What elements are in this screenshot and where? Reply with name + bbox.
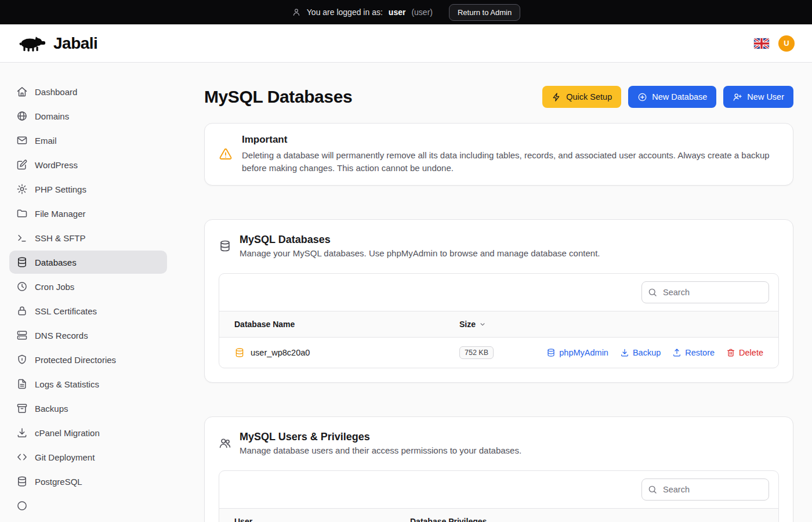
column-database-privileges: Database Privileges bbox=[410, 517, 763, 522]
archive-icon bbox=[16, 403, 28, 414]
uk-flag-icon[interactable] bbox=[754, 38, 769, 49]
sidebar: Dashboard Domains Email WordPress PHP Se… bbox=[0, 63, 176, 522]
clock-icon bbox=[16, 281, 28, 292]
phpmyadmin-link[interactable]: phpMyAdmin bbox=[546, 348, 608, 357]
lock-icon bbox=[16, 305, 28, 317]
warning-title: Important bbox=[242, 134, 779, 146]
page-title: MySQL Databases bbox=[204, 87, 352, 107]
sidebar-item-cron-jobs[interactable]: Cron Jobs bbox=[9, 275, 167, 298]
sidebar-item-label: Cron Jobs bbox=[35, 282, 74, 292]
phpmyadmin-label: phpMyAdmin bbox=[559, 348, 608, 357]
database-icon bbox=[546, 348, 556, 357]
user-avatar[interactable]: U bbox=[778, 35, 795, 52]
database-name: user_wp8c20a0 bbox=[251, 348, 310, 357]
sidebar-item-wordpress[interactable]: WordPress bbox=[9, 153, 167, 176]
sidebar-item-label: File Manager bbox=[35, 209, 86, 219]
quick-setup-label: Quick Setup bbox=[566, 92, 612, 102]
new-user-button[interactable]: New User bbox=[723, 86, 793, 108]
chevron-down-icon[interactable] bbox=[478, 320, 487, 328]
download-icon bbox=[16, 427, 28, 438]
databases-search bbox=[641, 281, 769, 303]
sidebar-item-cpanel-migration[interactable]: cPanel Migration bbox=[9, 421, 167, 444]
warning-content: Important Deleting a database will perma… bbox=[242, 134, 779, 175]
home-icon bbox=[16, 86, 28, 97]
databases-table-panel: Database Name Size user_wp8c20a0 752 KB bbox=[219, 273, 779, 368]
sidebar-item-label: Email bbox=[35, 136, 57, 146]
logged-in-username: user bbox=[389, 8, 406, 17]
sidebar-item-label: PHP Settings bbox=[35, 184, 86, 194]
new-user-label: New User bbox=[747, 92, 784, 102]
sidebar-item-label: Domains bbox=[35, 111, 69, 121]
users-toolbar bbox=[219, 471, 778, 508]
sidebar-item-label: WordPress bbox=[35, 160, 78, 170]
users-search bbox=[641, 478, 769, 501]
delete-label: Delete bbox=[739, 348, 763, 357]
upload-icon bbox=[672, 348, 682, 357]
plus-circle-icon bbox=[637, 92, 647, 102]
users-search-input[interactable] bbox=[641, 478, 769, 501]
sidebar-item-label: Protected Directories bbox=[35, 355, 116, 365]
users-table-header: User Database Privileges bbox=[219, 508, 778, 522]
mail-icon bbox=[16, 135, 28, 146]
sidebar-item-partial[interactable] bbox=[9, 494, 167, 517]
gear-icon bbox=[16, 183, 28, 195]
column-size[interactable]: Size bbox=[459, 320, 763, 329]
databases-table-header: Database Name Size bbox=[219, 311, 778, 338]
sidebar-item-dashboard[interactable]: Dashboard bbox=[9, 80, 167, 103]
search-icon bbox=[647, 287, 658, 298]
backup-link[interactable]: Backup bbox=[620, 348, 661, 357]
sidebar-item-backups[interactable]: Backups bbox=[9, 397, 167, 420]
page-head: MySQL Databases Quick Setup New Database… bbox=[204, 86, 793, 108]
size-badge: 752 KB bbox=[459, 346, 494, 359]
sidebar-item-ssl-certificates[interactable]: SSL Certificates bbox=[9, 299, 167, 322]
pencil-square-icon bbox=[16, 159, 28, 171]
return-to-admin-button[interactable]: Return to Admin bbox=[449, 4, 520, 21]
alert-triangle-icon bbox=[219, 147, 233, 161]
sidebar-item-email[interactable]: Email bbox=[9, 129, 167, 152]
file-text-icon bbox=[16, 378, 28, 390]
users-section-title: MySQL Users & Privileges bbox=[240, 431, 521, 443]
new-database-button[interactable]: New Database bbox=[628, 86, 716, 108]
lightning-icon bbox=[552, 92, 561, 102]
users-section-text: MySQL Users & Privileges Manage database… bbox=[240, 431, 521, 455]
restore-label: Restore bbox=[685, 348, 715, 357]
brand-logo[interactable]: Jabali bbox=[17, 34, 97, 53]
sidebar-item-label: SSH & SFTP bbox=[35, 233, 86, 243]
databases-section-head: MySQL Databases Manage your MySQL databa… bbox=[219, 234, 779, 258]
quick-setup-button[interactable]: Quick Setup bbox=[542, 86, 621, 108]
header-right: U bbox=[754, 35, 795, 52]
users-section-head: MySQL Users & Privileges Manage database… bbox=[219, 431, 779, 455]
logged-in-role: (user) bbox=[411, 8, 433, 17]
logged-in-text: You are logged in as: bbox=[307, 8, 383, 17]
person-icon bbox=[292, 8, 301, 17]
sidebar-item-label: SSL Certificates bbox=[35, 306, 97, 316]
sidebar-item-label: Databases bbox=[35, 258, 77, 267]
sidebar-item-databases[interactable]: Databases bbox=[9, 251, 167, 274]
sidebar-item-dns-records[interactable]: DNS Records bbox=[9, 324, 167, 347]
sidebar-item-label: Git Deployment bbox=[35, 452, 95, 462]
delete-link[interactable]: Delete bbox=[726, 348, 763, 357]
user-plus-icon bbox=[733, 92, 742, 102]
search-icon bbox=[647, 484, 658, 495]
sidebar-item-label: Backups bbox=[35, 404, 68, 414]
databases-search-input[interactable] bbox=[641, 281, 769, 303]
sidebar-item-logs-statistics[interactable]: Logs & Statistics bbox=[9, 372, 167, 396]
database-icon bbox=[16, 256, 28, 268]
sidebar-item-protected-directories[interactable]: Protected Directories bbox=[9, 348, 167, 371]
sidebar-item-postgresql[interactable]: PostgreSQL bbox=[9, 470, 167, 493]
circle-icon bbox=[16, 500, 28, 512]
code-icon bbox=[16, 451, 28, 463]
users-section-description: Manage database users and their access p… bbox=[240, 445, 521, 455]
sidebar-item-php-settings[interactable]: PHP Settings bbox=[9, 177, 167, 201]
app-header: Jabali U bbox=[0, 24, 812, 63]
sidebar-item-ssh-sftp[interactable]: SSH & SFTP bbox=[9, 226, 167, 249]
restore-link[interactable]: Restore bbox=[672, 348, 715, 357]
database-row: user_wp8c20a0 752 KB phpMyAdmin Backup bbox=[219, 338, 778, 368]
warning-body: Deleting a database will permanently rem… bbox=[242, 149, 779, 175]
shield-lock-icon bbox=[16, 354, 28, 365]
sidebar-item-file-manager[interactable]: File Manager bbox=[9, 202, 167, 225]
sidebar-item-git-deployment[interactable]: Git Deployment bbox=[9, 445, 167, 469]
page-actions: Quick Setup New Database New User bbox=[542, 86, 793, 108]
sidebar-item-domains[interactable]: Domains bbox=[9, 104, 167, 128]
users-icon bbox=[219, 437, 231, 449]
